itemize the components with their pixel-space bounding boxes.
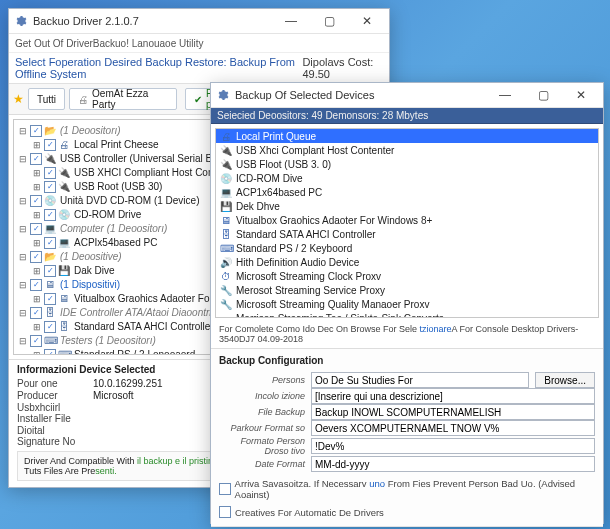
star-icon[interactable]: ★ [13, 92, 24, 106]
expand-icon[interactable]: ⊞ [32, 180, 42, 194]
checkbox-icon[interactable] [219, 506, 231, 518]
config-row: Date Format [219, 456, 595, 472]
list-item[interactable]: 🖨Local Print Queue [216, 129, 598, 143]
expand-icon[interactable]: ⊞ [32, 208, 42, 222]
headline-text: Select Foperation Desired Backup Restore… [15, 56, 296, 80]
checkbox-icon[interactable] [30, 307, 42, 319]
config-row: PersonsBrowse... [219, 372, 595, 388]
device-type-icon: 🔌 [58, 166, 70, 180]
expand-icon[interactable]: ⊟ [18, 250, 28, 264]
checkbox-icon[interactable] [44, 293, 56, 305]
device-list[interactable]: 🖨Local Print Queue🔌USB Xhci Complant Hos… [215, 128, 599, 318]
party-button[interactable]: 🖨OemAt Ezza Party [69, 88, 177, 110]
device-type-icon: 🖨 [220, 131, 232, 142]
expand-icon[interactable]: ⊞ [32, 292, 42, 306]
list-item[interactable]: 🔌USB Xhci Complant Host Contenter [216, 143, 598, 157]
expand-icon[interactable]: ⊟ [18, 152, 28, 166]
expand-icon[interactable]: ⊟ [18, 278, 28, 292]
tree-item-label: Standard PS / 2 Lonooaord [72, 348, 195, 355]
expand-icon[interactable]: ⊞ [32, 166, 42, 180]
tree-item-label: USB Root (USB 30) [72, 180, 162, 194]
tutti-button[interactable]: Tutti [28, 88, 65, 110]
maximize-button[interactable]: ▢ [313, 12, 345, 30]
checkbox-icon[interactable] [44, 265, 56, 277]
titlebar[interactable]: Backup Of Selected Devices — ▢ ✕ [211, 83, 603, 108]
minimize-button[interactable]: — [275, 12, 307, 30]
checkbox-icon[interactable] [44, 167, 56, 179]
field-input[interactable] [311, 404, 595, 420]
expand-icon[interactable]: ⊟ [18, 334, 28, 348]
checkbox-icon[interactable] [44, 349, 56, 355]
checkbox-icon[interactable] [44, 209, 56, 221]
list-item[interactable]: ⌨Standard PS / 2 Keyboord [216, 241, 598, 255]
list-item[interactable]: 🔊Hith Definition Audio Device [216, 255, 598, 269]
device-type-icon: 🖥 [58, 292, 70, 306]
list-item[interactable]: 💾Dek Dhve [216, 199, 598, 213]
titlebar[interactable]: Backuo Driver 2.1.0.7 — ▢ ✕ [9, 9, 389, 34]
device-type-icon: 💿 [220, 173, 232, 184]
expand-icon[interactable]: ⊞ [32, 236, 42, 250]
checkbox-icon[interactable] [219, 483, 231, 495]
checkbox-icon[interactable] [30, 223, 42, 235]
autorun-checkbox-row[interactable]: Creatives For Automatic De Drivers [219, 506, 595, 518]
expand-icon[interactable]: ⊞ [32, 320, 42, 334]
list-item-label: Standard PS / 2 Keyboord [236, 243, 352, 254]
checkbox-icon[interactable] [30, 195, 42, 207]
list-item[interactable]: 🔧Microsoft Streaming Quality Manaoer Pro… [216, 297, 598, 311]
list-item[interactable]: 🔌USB Floot (USB 3. 0) [216, 157, 598, 171]
checkbox-icon[interactable] [30, 251, 42, 263]
device-type-icon: 🗄 [58, 320, 70, 334]
close-button[interactable]: ✕ [351, 12, 383, 30]
expand-icon[interactable]: ⊞ [32, 348, 42, 355]
list-item-label: Microsoft Streaming Quality Manaoer Prox… [236, 299, 429, 310]
device-type-icon: 🗄 [220, 229, 232, 240]
tree-item-label: (1 Deoositive) [58, 250, 122, 264]
list-item-label: Microsoft Streaming Clock Proxv [236, 271, 381, 282]
expand-icon[interactable]: ⊟ [18, 222, 28, 236]
list-item[interactable]: ⏱Microsoft Streaming Clock Proxv [216, 269, 598, 283]
device-type-icon: 🗄 [44, 306, 56, 320]
tree-item-label: (1 Deoositorı) [58, 124, 121, 138]
checkbox-icon[interactable] [44, 181, 56, 193]
expand-icon[interactable]: ⊞ [32, 264, 42, 278]
browse-button[interactable]: Browse... [535, 372, 595, 388]
tree-item-label: Dak Dive [72, 264, 115, 278]
checkbox-icon[interactable] [44, 237, 56, 249]
checkbox-icon[interactable] [44, 321, 56, 333]
info-key: Dioital Signature No [17, 425, 89, 447]
field-input[interactable] [311, 372, 529, 388]
checkbox-icon[interactable] [30, 125, 42, 137]
app-icon [217, 89, 229, 101]
list-item-label: ACP1x64based PC [236, 187, 322, 198]
device-type-icon: 💻 [220, 187, 232, 198]
field-input[interactable] [311, 456, 595, 472]
checkbox-icon[interactable] [30, 279, 42, 291]
info-key: Producer [17, 390, 89, 401]
list-item-label: Local Print Queue [236, 131, 316, 142]
checkbox-icon[interactable] [44, 139, 56, 151]
field-input[interactable] [311, 388, 595, 404]
menu-row[interactable]: Get Out Of DriverBackuo! Lanouaoe Utilit… [9, 34, 389, 53]
list-item[interactable]: 💿ICD-ROM Dive [216, 171, 598, 185]
config-row: File Backup [219, 404, 595, 420]
minimize-button[interactable]: — [489, 86, 521, 104]
list-item[interactable]: 🔧Merosot Streaming Service Proxy [216, 283, 598, 297]
list-item[interactable]: 🖥Vitualbox Graohics Adaoter For Windows … [216, 213, 598, 227]
checkbox-icon[interactable] [30, 153, 42, 165]
list-item[interactable]: 🗄Standard SATA AHCI Controller [216, 227, 598, 241]
list-item[interactable]: 💻ACP1x64based PC [216, 185, 598, 199]
expand-icon[interactable]: ⊟ [18, 306, 28, 320]
expand-icon[interactable]: ⊞ [32, 138, 42, 152]
list-item[interactable]: ↔Morrison Streaming Tee / Sinkto-Sink Co… [216, 311, 598, 318]
close-button[interactable]: ✕ [565, 86, 597, 104]
list-item-label: Standard SATA AHCI Controller [236, 229, 376, 240]
expand-icon[interactable]: ⊟ [18, 124, 28, 138]
field-input[interactable] [311, 420, 595, 436]
info-value: Microsoft [93, 390, 134, 401]
overwrite-checkbox-row[interactable]: Arriva Savasoitza. If Necessarv uno From… [219, 478, 595, 500]
checkbox-icon[interactable] [30, 335, 42, 347]
menu-text[interactable]: Get Out Of DriverBackuo! Lanouaoe Utilit… [15, 38, 203, 49]
maximize-button[interactable]: ▢ [527, 86, 559, 104]
expand-icon[interactable]: ⊟ [18, 194, 28, 208]
field-input[interactable] [311, 438, 595, 454]
